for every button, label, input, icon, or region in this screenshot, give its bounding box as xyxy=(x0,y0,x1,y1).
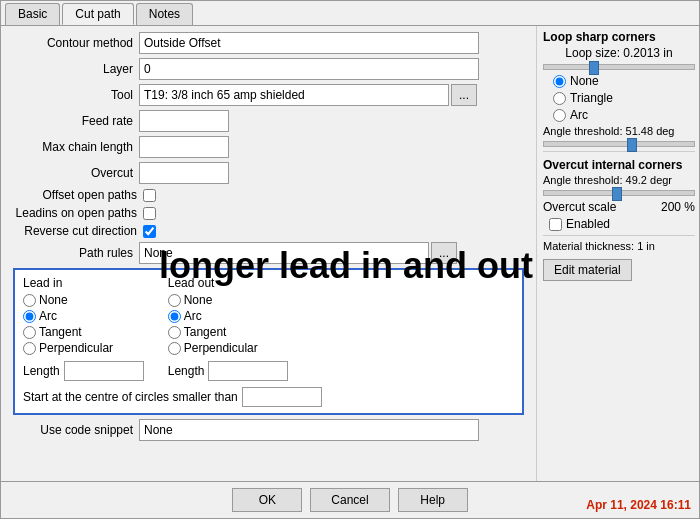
lead-out-arc-radio[interactable] xyxy=(168,310,181,323)
lead-in-length-label: Length xyxy=(23,364,60,378)
contour-method-row: Contour method Outside Offset xyxy=(9,32,528,54)
tool-select[interactable]: T19: 3/8 inch 65 amp shielded xyxy=(139,84,449,106)
lead-in-title: Lead in xyxy=(23,276,144,290)
lead-in-none-label: None xyxy=(39,293,68,307)
angle-threshold-thumb xyxy=(627,138,637,152)
lead-in-tangent-label: Tangent xyxy=(39,325,82,339)
overcut-scale-label: Overcut scale xyxy=(543,200,616,214)
overcut-angle-label: Angle threshold: 49.2 degr xyxy=(543,174,695,186)
loop-triangle-radio[interactable] xyxy=(553,92,566,105)
overcut-scale-value: 200 % xyxy=(661,200,695,214)
enabled-label: Enabled xyxy=(566,217,610,231)
loop-none-row: None xyxy=(543,74,695,88)
lead-out-perpendicular: Perpendicular xyxy=(168,341,289,355)
circle-label: Start at the centre of circles smaller t… xyxy=(23,390,238,404)
lead-in-none: None xyxy=(23,293,144,307)
layer-select[interactable]: 0 xyxy=(139,58,479,80)
bottom-bar: OK Cancel Help Apr 11, 2024 16:11 xyxy=(1,481,699,518)
tool-dots-button[interactable]: ... xyxy=(451,84,477,106)
lead-in-tangent: Tangent xyxy=(23,325,144,339)
tool-row: Tool T19: 3/8 inch 65 amp shielded ... xyxy=(9,84,528,106)
lead-in-perpendicular-label: Perpendicular xyxy=(39,341,113,355)
lead-in-col: Lead in None Arc Tangent xyxy=(23,276,144,381)
lead-out-tangent-label: Tangent xyxy=(184,325,227,339)
overcut-angle-track xyxy=(543,190,695,196)
right-divider-1 xyxy=(543,151,695,152)
contour-method-combo: Outside Offset xyxy=(139,32,479,54)
dialog: Basic Cut path Notes Contour method Outs… xyxy=(0,0,700,519)
enabled-checkbox[interactable] xyxy=(549,218,562,231)
lead-in-out-inner: Lead in None Arc Tangent xyxy=(23,276,514,381)
help-button[interactable]: Help xyxy=(398,488,468,512)
ok-button[interactable]: OK xyxy=(232,488,302,512)
lead-out-none-radio[interactable] xyxy=(168,294,181,307)
contour-method-select[interactable]: Outside Offset xyxy=(139,32,479,54)
lead-in-arc-label: Arc xyxy=(39,309,57,323)
tab-bar: Basic Cut path Notes xyxy=(1,1,699,26)
cancel-button[interactable]: Cancel xyxy=(310,488,389,512)
loop-none-label: None xyxy=(570,74,599,88)
feed-rate-label: Feed rate xyxy=(9,114,139,128)
snippet-combo: None xyxy=(139,419,479,441)
tool-label: Tool xyxy=(9,88,139,102)
offset-open-paths-checkbox[interactable] xyxy=(143,189,156,202)
tab-notes[interactable]: Notes xyxy=(136,3,193,25)
feed-rate-input[interactable]: 45 ipm xyxy=(139,110,229,132)
tab-basic[interactable]: Basic xyxy=(5,3,60,25)
tab-cutpath[interactable]: Cut path xyxy=(62,3,133,25)
overlay-text: longer lead in and out xyxy=(159,245,533,287)
leadins-label: Leadins on open paths xyxy=(13,206,143,220)
lead-in-tangent-radio[interactable] xyxy=(23,326,36,339)
left-inner: Contour method Outside Offset Layer 0 xyxy=(9,32,528,441)
contour-method-label: Contour method xyxy=(9,36,139,50)
loop-triangle-label: Triangle xyxy=(570,91,613,105)
lead-in-arc: Arc xyxy=(23,309,144,323)
lead-in-arc-radio[interactable] xyxy=(23,310,36,323)
leadins-row: Leadins on open paths xyxy=(9,206,528,220)
overcut-label: Overcut xyxy=(9,166,139,180)
loop-arc-radio[interactable] xyxy=(553,109,566,122)
loop-arc-row: Arc xyxy=(543,108,695,122)
circle-input[interactable]: 0 in xyxy=(242,387,322,407)
left-panel: Contour method Outside Offset Layer 0 xyxy=(1,26,536,481)
lead-out-tangent: Tangent xyxy=(168,325,289,339)
max-chain-row: Max chain length 0 in xyxy=(9,136,528,158)
reverse-cut-row: Reverse cut direction xyxy=(9,224,528,238)
loop-size-label: Loop size: 0.2013 in xyxy=(543,46,695,60)
snippet-row: Use code snippet None xyxy=(9,419,528,441)
lead-in-length-input[interactable]: 0.2 in xyxy=(64,361,144,381)
overcut-scale-row: Overcut scale 200 % xyxy=(543,200,695,214)
reverse-cut-checkbox[interactable] xyxy=(143,225,156,238)
lead-out-col: Lead out None Arc Tangent xyxy=(168,276,289,381)
snippet-label: Use code snippet xyxy=(9,423,139,437)
loop-size-slider[interactable] xyxy=(543,64,695,70)
overcut-input[interactable]: 0.2 in xyxy=(139,162,229,184)
loop-none-radio[interactable] xyxy=(553,75,566,88)
lead-in-perpendicular-radio[interactable] xyxy=(23,342,36,355)
lead-in-none-radio[interactable] xyxy=(23,294,36,307)
angle-threshold-slider[interactable] xyxy=(543,141,695,147)
lead-out-perpendicular-radio[interactable] xyxy=(168,342,181,355)
lead-out-tangent-radio[interactable] xyxy=(168,326,181,339)
overcut-corners-section: Overcut internal corners Angle threshold… xyxy=(543,158,695,281)
overcut-internal-title: Overcut internal corners xyxy=(543,158,695,172)
path-rules-label: Path rules xyxy=(9,246,139,260)
lead-out-length-input[interactable]: 0.2 in xyxy=(208,361,288,381)
edit-material-button[interactable]: Edit material xyxy=(543,259,632,281)
feed-rate-row: Feed rate 45 ipm xyxy=(9,110,528,132)
offset-open-paths-row: Offset open paths xyxy=(9,188,528,202)
overcut-angle-slider[interactable] xyxy=(543,190,695,196)
circle-row: Start at the centre of circles smaller t… xyxy=(23,387,514,407)
lead-out-none-label: None xyxy=(184,293,213,307)
tool-combo: T19: 3/8 inch 65 amp shielded ... xyxy=(139,84,477,106)
loop-arc-label: Arc xyxy=(570,108,588,122)
max-chain-input[interactable]: 0 in xyxy=(139,136,229,158)
leadins-checkbox[interactable] xyxy=(143,207,156,220)
datetime-badge: Apr 11, 2024 16:11 xyxy=(586,498,691,512)
snippet-select[interactable]: None xyxy=(139,419,479,441)
lead-out-length-label: Length xyxy=(168,364,205,378)
layer-combo: 0 xyxy=(139,58,479,80)
right-panel: Loop sharp corners Loop size: 0.2013 in … xyxy=(536,26,699,481)
loop-size-track xyxy=(543,64,695,70)
loop-size-thumb xyxy=(589,61,599,75)
